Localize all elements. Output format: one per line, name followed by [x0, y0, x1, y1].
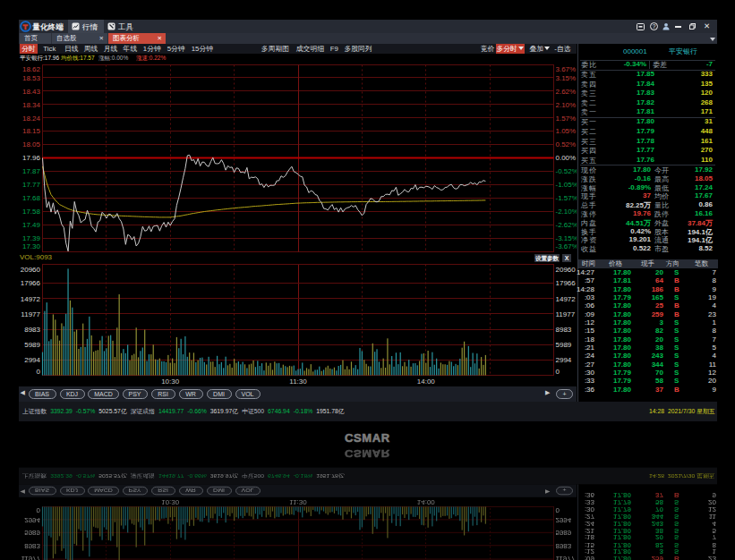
svg-text:-0.52%: -0.52%	[556, 167, 577, 175]
svg-text:11977: 11977	[21, 556, 40, 560]
svg-text:17.58: 17.58	[22, 208, 41, 216]
svg-text:2.62%: 2.62%	[556, 88, 577, 96]
svg-text:8983: 8983	[24, 542, 40, 549]
svg-text:1.57%: 1.57%	[556, 115, 577, 123]
svg-text:18.34: 18.34	[22, 101, 41, 109]
svg-text:14972: 14972	[21, 295, 41, 303]
svg-text:5989: 5989	[24, 341, 40, 349]
svg-text:17966: 17966	[556, 279, 577, 287]
svg-text:14:00: 14:00	[417, 378, 436, 386]
svg-text:17.77: 17.77	[22, 181, 41, 189]
svg-text:-1.57%: -1.57%	[556, 194, 577, 202]
svg-text:0: 0	[37, 368, 41, 376]
svg-text:2994: 2994	[556, 356, 572, 364]
svg-text:17.39: 17.39	[22, 234, 41, 242]
svg-text:17.49: 17.49	[22, 221, 41, 229]
svg-text:18.62: 18.62	[22, 65, 41, 73]
svg-text:-3.15%: -3.15%	[556, 234, 577, 242]
svg-text:18.53: 18.53	[22, 74, 41, 82]
svg-text:2994: 2994	[24, 356, 40, 364]
svg-text:3.15%: 3.15%	[556, 74, 577, 82]
svg-text:5989: 5989	[556, 530, 572, 537]
svg-text:0: 0	[37, 506, 40, 513]
svg-text:17.87: 17.87	[22, 167, 41, 175]
svg-text:11:30: 11:30	[289, 378, 307, 386]
svg-text:-2.10%: -2.10%	[556, 208, 577, 216]
svg-text:18.15: 18.15	[22, 127, 41, 135]
svg-text:-1.05%: -1.05%	[556, 181, 577, 189]
svg-text:17.96: 17.96	[22, 154, 41, 162]
svg-text:20960: 20960	[556, 266, 577, 274]
svg-text:0.00%: 0.00%	[556, 154, 577, 162]
svg-text:-3.67%: -3.67%	[556, 242, 577, 250]
svg-text:11977: 11977	[556, 310, 576, 318]
svg-text:10:30: 10:30	[161, 498, 179, 505]
svg-text:8983: 8983	[556, 542, 572, 549]
svg-text:18.05: 18.05	[22, 140, 41, 148]
svg-text:17966: 17966	[21, 279, 41, 287]
svg-text:11:30: 11:30	[289, 498, 306, 505]
svg-text:18.43: 18.43	[22, 88, 41, 96]
svg-text:8983: 8983	[556, 326, 572, 334]
svg-text:8983: 8983	[24, 326, 40, 334]
svg-text:5989: 5989	[556, 341, 572, 349]
svg-text:5989: 5989	[24, 530, 40, 537]
svg-text:2994: 2994	[556, 516, 572, 523]
svg-text:1.05%: 1.05%	[556, 127, 577, 135]
svg-text:10:30: 10:30	[161, 378, 180, 386]
svg-text:11977: 11977	[556, 556, 576, 560]
svg-text:17.30: 17.30	[22, 242, 41, 250]
svg-text:2994: 2994	[24, 516, 40, 523]
svg-text:-2.62%: -2.62%	[556, 221, 577, 229]
svg-text:11977: 11977	[21, 310, 40, 318]
svg-text:2.10%: 2.10%	[556, 101, 577, 109]
svg-text:17.68: 17.68	[22, 194, 41, 202]
svg-text:?: ?	[653, 23, 656, 30]
svg-text:0: 0	[556, 506, 560, 513]
svg-text:20960: 20960	[21, 266, 41, 274]
svg-text:0: 0	[556, 368, 560, 376]
svg-text:18.24: 18.24	[22, 115, 41, 123]
svg-text:3.67%: 3.67%	[556, 65, 577, 73]
svg-text:14:00: 14:00	[417, 498, 435, 505]
svg-text:14972: 14972	[556, 295, 577, 303]
svg-text:0.52%: 0.52%	[556, 140, 577, 148]
